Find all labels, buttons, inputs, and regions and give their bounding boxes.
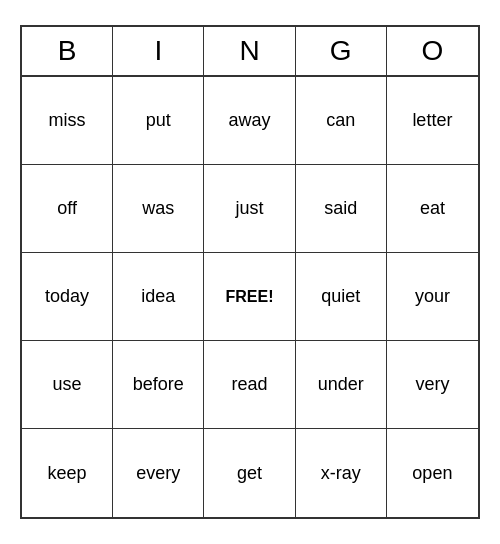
header-i: I bbox=[113, 27, 204, 75]
cell-r5c5: open bbox=[387, 429, 478, 517]
bingo-grid: miss put away can letter off was just sa… bbox=[22, 77, 478, 517]
cell-r5c4: x-ray bbox=[296, 429, 387, 517]
cell-r2c1: off bbox=[22, 165, 113, 253]
header-o: O bbox=[387, 27, 478, 75]
cell-r3c5: your bbox=[387, 253, 478, 341]
bingo-card: B I N G O miss put away can letter off w… bbox=[20, 25, 480, 519]
header-b: B bbox=[22, 27, 113, 75]
cell-r4c1: use bbox=[22, 341, 113, 429]
cell-r1c1: miss bbox=[22, 77, 113, 165]
cell-r1c4: can bbox=[296, 77, 387, 165]
cell-r2c4: said bbox=[296, 165, 387, 253]
cell-r1c2: put bbox=[113, 77, 204, 165]
cell-r4c3: read bbox=[204, 341, 295, 429]
cell-r1c5: letter bbox=[387, 77, 478, 165]
bingo-header: B I N G O bbox=[22, 27, 478, 77]
cell-r3c2: idea bbox=[113, 253, 204, 341]
cell-r5c2: every bbox=[113, 429, 204, 517]
cell-r2c2: was bbox=[113, 165, 204, 253]
cell-r5c3: get bbox=[204, 429, 295, 517]
header-g: G bbox=[296, 27, 387, 75]
cell-r5c1: keep bbox=[22, 429, 113, 517]
cell-r3c1: today bbox=[22, 253, 113, 341]
cell-free: FREE! bbox=[204, 253, 295, 341]
cell-r2c3: just bbox=[204, 165, 295, 253]
cell-r1c3: away bbox=[204, 77, 295, 165]
cell-r2c5: eat bbox=[387, 165, 478, 253]
cell-r4c4: under bbox=[296, 341, 387, 429]
cell-r4c2: before bbox=[113, 341, 204, 429]
header-n: N bbox=[204, 27, 295, 75]
cell-r4c5: very bbox=[387, 341, 478, 429]
cell-r3c4: quiet bbox=[296, 253, 387, 341]
